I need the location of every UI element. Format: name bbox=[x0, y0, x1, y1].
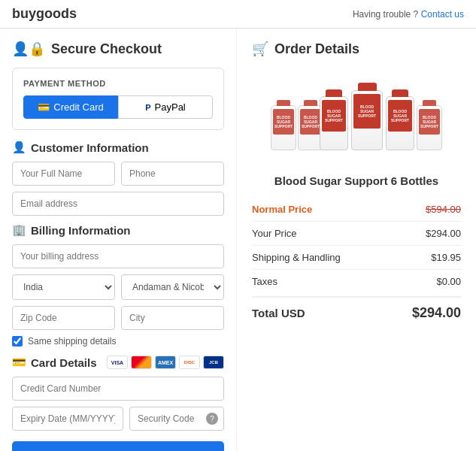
payment-method-label: PAYMENT METHOD bbox=[23, 79, 213, 88]
payment-method-section: PAYMENT METHOD 💳 Credit Card P PayPal bbox=[12, 68, 224, 130]
price-value-0: $594.00 bbox=[426, 204, 461, 215]
order-details-title: Order Details bbox=[274, 41, 359, 57]
city-input[interactable] bbox=[121, 306, 224, 330]
credit-card-icon: 💳 bbox=[38, 101, 50, 113]
payment-tabs: 💳 Credit Card P PayPal bbox=[23, 95, 213, 119]
total-row: Total USD $294.00 bbox=[252, 296, 461, 328]
price-row-0: Normal Price$594.00 bbox=[252, 198, 461, 222]
product-image: BLOODSUGARSUPPORT BLOODSUGARSUPPORT bbox=[252, 68, 461, 165]
bottle-front-4: BLOODSUGARSUPPORT bbox=[417, 105, 442, 150]
jcb-icon: JCB bbox=[203, 356, 224, 369]
price-row-1: Your Price$294.00 bbox=[252, 222, 461, 246]
price-rows: Normal Price$594.00Your Price$294.00Ship… bbox=[252, 198, 461, 293]
state-select[interactable]: Andaman & Nicobar bbox=[121, 274, 224, 300]
bottle-back-1: BLOODSUGARSUPPORT bbox=[271, 105, 296, 150]
security-wrapper: ? bbox=[129, 407, 224, 431]
price-row-2: Shipping & Handling$19.95 bbox=[252, 246, 461, 270]
price-label-3: Taxes bbox=[252, 276, 277, 287]
price-value-1: $294.00 bbox=[426, 228, 461, 239]
order-details-header: 🛒 Order Details bbox=[252, 41, 461, 57]
paypal-label: PayPal bbox=[155, 101, 186, 113]
customer-info-section: 👤 Customer Information bbox=[12, 141, 224, 216]
bottle-front-3: BLOODSUGARSUPPORT bbox=[386, 96, 414, 150]
price-value-2: $19.95 bbox=[431, 252, 461, 263]
full-name-input[interactable] bbox=[12, 162, 115, 186]
security-help-icon[interactable]: ? bbox=[206, 413, 218, 425]
expiry-input[interactable] bbox=[12, 407, 123, 431]
building-icon: 🏢 bbox=[12, 223, 26, 237]
total-label: Total USD bbox=[252, 307, 305, 319]
card-details-title: 💳 Card Details bbox=[12, 356, 97, 369]
country-state-row: India Andaman & Nicobar bbox=[12, 274, 224, 300]
main-container: 👤🔒 Secure Checkout PAYMENT METHOD 💳 Cred… bbox=[0, 29, 476, 451]
expiry-security-row: ? bbox=[12, 407, 224, 431]
price-label-2: Shipping & Handling bbox=[252, 252, 341, 263]
top-bar: buygoods Having trouble ? Contact us bbox=[0, 0, 476, 29]
phone-input[interactable] bbox=[121, 162, 224, 186]
credit-card-tab[interactable]: 💳 Credit Card bbox=[23, 95, 118, 119]
person-icon: 👤 bbox=[12, 141, 26, 154]
contact-link[interactable]: Contact us bbox=[421, 9, 464, 20]
paypal-tab[interactable]: P PayPal bbox=[118, 95, 213, 119]
bottles-visual: BLOODSUGARSUPPORT BLOODSUGARSUPPORT bbox=[270, 83, 443, 150]
same-shipping-row: Same shipping details bbox=[12, 336, 224, 347]
checkout-header: 👤🔒 Secure Checkout bbox=[12, 41, 224, 57]
lock-icon: 👤🔒 bbox=[12, 41, 45, 57]
card-icons: VISA AMEX DISC JCB bbox=[107, 356, 224, 369]
visa-icon: VISA bbox=[107, 356, 128, 369]
paypal-icon: P bbox=[145, 103, 150, 112]
credit-card-label: Credit Card bbox=[53, 101, 103, 113]
cart-icon: 🛒 bbox=[252, 41, 268, 57]
price-label-1: Your Price bbox=[252, 228, 297, 239]
country-select[interactable]: India bbox=[12, 274, 115, 300]
billing-address-input[interactable] bbox=[12, 244, 224, 268]
email-row bbox=[12, 192, 224, 216]
logo: buygoods bbox=[12, 6, 77, 22]
same-shipping-checkbox[interactable] bbox=[12, 336, 23, 347]
checkout-title: Secure Checkout bbox=[51, 41, 162, 57]
billing-info-section: 🏢 Billing Information India Andaman & Ni… bbox=[12, 223, 224, 347]
card-details-section: 💳 Card Details VISA AMEX DISC JCB ? bbox=[12, 356, 224, 431]
zip-city-row bbox=[12, 306, 224, 330]
card-number-input[interactable] bbox=[12, 377, 224, 401]
bottle-front-2: BLOODSUGARSUPPORT bbox=[351, 90, 383, 150]
email-input[interactable] bbox=[12, 192, 224, 216]
card-icon-header: 💳 bbox=[12, 356, 26, 369]
card-section-header: 💳 Card Details VISA AMEX DISC JCB bbox=[12, 356, 224, 369]
amex-icon: AMEX bbox=[155, 356, 176, 369]
card-number-row bbox=[12, 377, 224, 401]
name-phone-row bbox=[12, 162, 224, 186]
billing-info-title: 🏢 Billing Information bbox=[12, 223, 224, 237]
buy-now-button[interactable]: Buy Now » bbox=[12, 441, 224, 451]
same-shipping-label: Same shipping details bbox=[28, 336, 116, 347]
price-value-3: $0.00 bbox=[436, 276, 461, 287]
product-title: Blood Sugar Support 6 Bottles bbox=[252, 174, 461, 187]
customer-info-title: 👤 Customer Information bbox=[12, 141, 224, 154]
trouble-text: Having trouble ? Contact us bbox=[353, 9, 464, 20]
discover-icon: DISC bbox=[179, 356, 200, 369]
price-label-0: Normal Price bbox=[252, 204, 312, 215]
left-panel: 👤🔒 Secure Checkout PAYMENT METHOD 💳 Cred… bbox=[0, 29, 237, 451]
right-panel: 🛒 Order Details BLOODSUGARSUPPORT bbox=[237, 29, 476, 451]
billing-address-row bbox=[12, 244, 224, 268]
price-row-3: Taxes$0.00 bbox=[252, 270, 461, 293]
total-value: $294.00 bbox=[412, 305, 461, 321]
zip-input[interactable] bbox=[12, 306, 115, 330]
bottle-front-1: BLOODSUGARSUPPORT bbox=[320, 96, 348, 150]
mastercard-icon bbox=[131, 356, 152, 369]
